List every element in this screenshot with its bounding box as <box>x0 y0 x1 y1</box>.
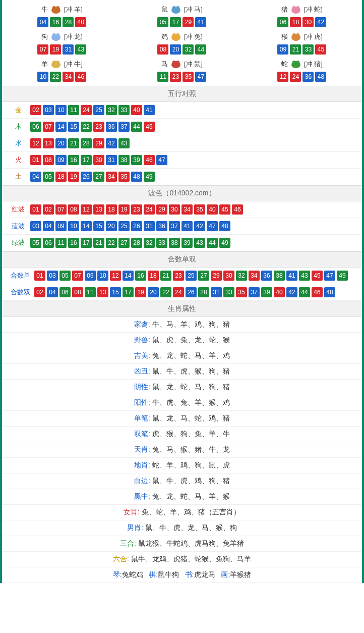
number-ball: 40 <box>75 17 86 27</box>
zodiac-cell: 鸡 [冲 兔] 08203244 <box>122 29 242 57</box>
zodiac-numbers: 05172941 <box>122 17 242 27</box>
number-ball: 29 <box>211 271 222 281</box>
zodiac-icon <box>49 59 63 70</box>
number-ball: 29 <box>93 138 104 148</box>
zodiac-clash: [冲 牛] <box>64 60 83 69</box>
attr-value: 鼠、龙、马、蛇、鸡、猪 <box>152 414 230 422</box>
svg-point-16 <box>292 33 295 36</box>
number-ball: 06 <box>30 122 41 132</box>
number-ball: 12 <box>81 204 92 215</box>
number-ball: 12 <box>277 72 288 82</box>
data-row: 红波 0102070812131819232429303435404546 <box>2 201 362 218</box>
number-ball: 42 <box>194 221 205 231</box>
number-ball: 11 <box>157 72 168 82</box>
number-ball: 39 <box>261 287 272 297</box>
number-ball: 30 <box>302 17 314 27</box>
number-ball: 07 <box>43 122 54 132</box>
row-numbers: 0103050709101214161821232527293032343638… <box>34 271 358 281</box>
number-ball: 05 <box>30 238 41 248</box>
number-ball: 42 <box>315 17 326 27</box>
attr-row: 单笔: 鼠、龙、马、蛇、鸡、猪 <box>2 411 362 427</box>
zodiac-name: 狗 <box>41 32 48 41</box>
attr-label: 女肖: <box>124 508 140 516</box>
footer-value: 虎龙马 <box>194 570 215 578</box>
number-ball: 46 <box>312 287 323 297</box>
number-ball: 23 <box>173 271 184 281</box>
number-ball: 11 <box>55 238 67 248</box>
number-ball: 26 <box>131 221 142 231</box>
zodiac-numbers: 07193143 <box>2 44 122 55</box>
attr-label: 三合: <box>120 539 136 547</box>
row-label: 土 <box>6 172 30 181</box>
row-label: 蓝波 <box>6 222 30 231</box>
zodiac-name: 猪 <box>281 5 288 14</box>
number-ball: 33 <box>156 238 167 248</box>
number-ball: 31 <box>106 155 117 165</box>
zodiac-icon <box>169 59 183 70</box>
attr-value: 蛇、羊、鸡、狗、鼠、虎 <box>152 461 230 469</box>
number-ball: 20 <box>106 221 117 231</box>
number-ball: 43 <box>299 271 310 281</box>
zodiac-cell: 蛇 [冲 猪] 12243648 <box>242 57 362 84</box>
zodiac-numbers: 10223446 <box>2 72 122 82</box>
number-ball: 47 <box>324 271 335 281</box>
number-ball: 44 <box>299 287 310 297</box>
number-ball: 34 <box>63 72 74 82</box>
svg-point-14 <box>176 33 179 36</box>
number-ball: 30 <box>169 204 180 215</box>
attr-label: 野兽: <box>134 336 150 344</box>
number-ball: 27 <box>93 172 104 182</box>
number-ball: 11 <box>85 287 96 297</box>
attr-row: 凶丑: 鼠、牛、虎、猴、狗、猪 <box>2 364 362 380</box>
zodiac-clash: [冲 龙] <box>64 32 83 41</box>
number-ball: 20 <box>170 44 181 55</box>
number-ball: 04 <box>30 172 41 182</box>
number-ball: 04 <box>43 221 54 231</box>
attr-row: 三合: 鼠龙猴、牛蛇鸡、虎马狗、兔羊猪 <box>2 536 362 552</box>
zodiac-icon <box>289 59 303 70</box>
number-ball: 12 <box>30 138 41 148</box>
number-ball: 41 <box>286 271 297 281</box>
zodiac-icon <box>49 4 63 15</box>
number-ball: 22 <box>81 122 92 132</box>
number-ball: 44 <box>195 44 206 55</box>
number-ball: 23 <box>170 72 181 82</box>
zodiac-name: 蛇 <box>281 60 288 69</box>
number-ball: 37 <box>118 122 130 132</box>
number-ball: 31 <box>63 44 74 55</box>
number-ball: 06 <box>59 287 71 297</box>
number-ball: 38 <box>274 271 285 281</box>
number-ball: 15 <box>93 221 104 231</box>
svg-point-4 <box>172 6 175 9</box>
data-row: 火 0108091617303138394647 <box>2 152 362 169</box>
attr-value: 鼠、牛、虎、猴、狗、猪 <box>152 367 230 375</box>
number-ball: 21 <box>93 238 104 248</box>
attr-label: 单笔: <box>134 414 150 422</box>
row-numbers: 1213202128294243 <box>30 138 358 148</box>
number-ball: 45 <box>144 122 155 132</box>
number-ball: 31 <box>211 287 222 297</box>
number-ball: 24 <box>81 105 92 115</box>
row-numbers: 04051819262734354849 <box>30 172 358 182</box>
row-numbers: 02031011242532334041 <box>30 105 358 115</box>
attr-label: 男肖: <box>127 523 143 532</box>
number-ball: 02 <box>30 105 41 115</box>
svg-point-7 <box>292 6 295 9</box>
number-ball: 18 <box>290 17 301 27</box>
number-ball: 45 <box>312 271 323 281</box>
attr-label: 天肖: <box>134 445 150 453</box>
attr-label: 六合: <box>113 555 129 563</box>
data-row: 绿波 05061116172122272832333839434449 <box>2 235 362 251</box>
heshu-title: 合数单双 <box>2 251 362 268</box>
zodiac-name: 鼠 <box>161 5 168 14</box>
number-ball: 14 <box>55 122 67 132</box>
number-ball: 48 <box>315 72 326 82</box>
number-ball: 48 <box>324 287 335 297</box>
svg-point-20 <box>56 61 59 64</box>
zodiac-name: 牛 <box>41 5 48 14</box>
zodiac-numbers: 12243648 <box>242 72 362 82</box>
zodiac-grid: 牛 [冲 羊] 04162840 鼠 [冲 马] 05172941 猪 <box>2 0 362 86</box>
zodiac-numbers: 04162840 <box>2 17 122 27</box>
number-ball: 26 <box>81 172 92 182</box>
attr-row: 阴性: 鼠、龙、蛇、马、狗、猪 <box>2 380 362 395</box>
